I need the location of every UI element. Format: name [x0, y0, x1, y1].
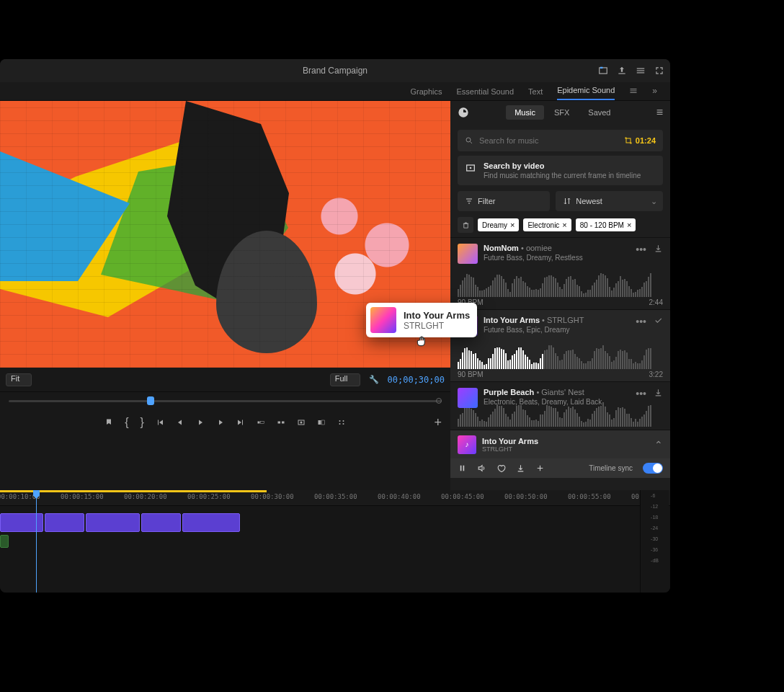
- play-icon[interactable]: [196, 418, 205, 427]
- ruler-tick: 00:00:15:00: [61, 493, 104, 500]
- video-track[interactable]: [0, 512, 670, 533]
- track-row[interactable]: Purple Beach • Giants' Nest Electronic, …: [450, 381, 670, 430]
- scrubber[interactable]: [0, 392, 450, 409]
- in-point-icon[interactable]: {: [125, 416, 128, 429]
- clip[interactable]: [45, 513, 84, 532]
- epidemic-sound-panel: Music SFX Saved ≡ 01:24 Search by video: [450, 101, 670, 490]
- now-playing-artwork[interactable]: [458, 435, 476, 454]
- volume-icon[interactable]: [477, 463, 486, 473]
- audio-track[interactable]: [0, 535, 670, 549]
- search-bar[interactable]: 01:24: [458, 130, 663, 151]
- download-icon[interactable]: [654, 388, 663, 397]
- tabs-overflow-icon[interactable]: »: [652, 86, 657, 100]
- close-icon[interactable]: ×: [562, 221, 566, 229]
- timeline-sync-toggle[interactable]: [643, 463, 663, 474]
- svg-rect-15: [318, 420, 321, 425]
- download-icon[interactable]: [516, 463, 525, 473]
- tab-text[interactable]: Text: [528, 87, 543, 100]
- filter-chip[interactable]: 80 - 120 BPM×: [576, 218, 636, 231]
- tab-essential-sound[interactable]: Essential Sound: [457, 87, 514, 100]
- download-icon[interactable]: [654, 244, 663, 253]
- comparison-icon[interactable]: [317, 418, 326, 427]
- waveform[interactable]: [458, 340, 663, 369]
- step-forward-icon[interactable]: [216, 418, 225, 427]
- plus-icon[interactable]: [535, 463, 545, 473]
- panels-icon[interactable]: [636, 66, 646, 76]
- waveform[interactable]: [458, 268, 663, 297]
- main-content: Fit Full 🔧 00;00;30;00 { }: [0, 101, 670, 490]
- search-input[interactable]: [479, 136, 618, 145]
- go-to-out-icon[interactable]: [236, 418, 245, 427]
- svg-point-18: [342, 420, 344, 422]
- share-icon[interactable]: [617, 66, 627, 76]
- waveform[interactable]: [458, 412, 663, 427]
- more-icon[interactable]: •••: [636, 316, 646, 327]
- more-icon[interactable]: •••: [636, 244, 646, 255]
- track-artwork[interactable]: [458, 244, 478, 264]
- clear-filters-button[interactable]: [458, 217, 473, 233]
- step-back-icon[interactable]: [176, 418, 184, 427]
- button-editor-icon[interactable]: [337, 418, 346, 427]
- window-title: Brand Campaign: [303, 66, 368, 76]
- timeline-playhead[interactable]: [36, 490, 37, 593]
- filter-button[interactable]: Filter: [458, 191, 550, 211]
- resolution-select[interactable]: Full: [330, 373, 360, 386]
- panel-menu-icon[interactable]: ≡: [656, 106, 663, 119]
- expand-icon[interactable]: ⌃: [654, 439, 663, 451]
- export-frame-icon[interactable]: [297, 418, 306, 427]
- settings-icon[interactable]: 🔧: [369, 375, 379, 384]
- ruler-tick: 00:00:40:00: [378, 493, 421, 500]
- filter-icon: [465, 197, 473, 205]
- tab-menu-icon[interactable]: [629, 86, 638, 95]
- svg-rect-6: [631, 89, 637, 89]
- svg-rect-1: [600, 67, 603, 68]
- lift-icon[interactable]: [257, 418, 265, 427]
- track-row[interactable]: Into Your Arms • STRLGHT Future Bass, Ep…: [450, 309, 670, 381]
- fullscreen-icon[interactable]: [654, 66, 664, 76]
- extract-icon[interactable]: [277, 418, 285, 427]
- tab-epidemic-sound[interactable]: Epidemic Sound: [557, 86, 615, 100]
- sort-button[interactable]: Newest ⌄: [556, 191, 663, 211]
- svg-point-14: [300, 422, 302, 424]
- go-to-in-icon[interactable]: [156, 418, 164, 427]
- track-row[interactable]: NomNom • oomiee Future Bass, Dreamy, Res…: [450, 237, 670, 309]
- heart-icon[interactable]: [496, 463, 506, 473]
- svg-line-22: [471, 142, 473, 144]
- tab-graphics[interactable]: Graphics: [410, 87, 442, 100]
- svg-rect-24: [625, 138, 626, 139]
- clip[interactable]: [0, 535, 9, 548]
- ruler-tick: 00:00:30:00: [251, 493, 294, 500]
- close-icon[interactable]: ×: [510, 221, 514, 229]
- search-by-video-icon: [465, 162, 476, 174]
- clip[interactable]: [141, 513, 181, 532]
- clip[interactable]: [86, 513, 140, 532]
- filter-chip[interactable]: Electronic×: [523, 218, 571, 231]
- search-by-video[interactable]: Search by video Find music matching the …: [458, 156, 663, 185]
- saved-tab[interactable]: Saved: [579, 105, 619, 120]
- sfx-tab[interactable]: SFX: [545, 105, 578, 120]
- track-artwork[interactable]: [458, 388, 478, 408]
- search-by-video-title: Search by video: [484, 161, 641, 170]
- svg-point-20: [342, 423, 344, 425]
- drag-artwork: [370, 307, 396, 333]
- sort-icon: [563, 197, 571, 205]
- filter-chip[interactable]: Dreamy×: [478, 218, 519, 231]
- crop-duration[interactable]: 01:24: [624, 136, 656, 145]
- scrubber-playhead[interactable]: [147, 396, 154, 405]
- pause-icon[interactable]: [458, 463, 467, 473]
- workspace-icon[interactable]: [598, 66, 608, 76]
- zoom-select[interactable]: Fit: [6, 373, 32, 386]
- clip[interactable]: [0, 513, 43, 532]
- marker-icon[interactable]: [104, 418, 113, 427]
- music-tab[interactable]: Music: [506, 105, 544, 120]
- check-icon[interactable]: [654, 316, 663, 325]
- add-button-icon[interactable]: +: [434, 415, 442, 430]
- timecode-display[interactable]: 00;00;30;00: [388, 375, 445, 385]
- out-point-icon[interactable]: }: [141, 416, 144, 429]
- close-icon[interactable]: ×: [627, 221, 631, 229]
- search-icon: [465, 136, 473, 145]
- work-area-bar[interactable]: [0, 490, 267, 492]
- timeline-ruler[interactable]: 00:00:10:0000:00:15:0000:00:20:0000:00:2…: [0, 490, 670, 506]
- clip[interactable]: [182, 513, 240, 532]
- more-icon[interactable]: •••: [636, 388, 646, 399]
